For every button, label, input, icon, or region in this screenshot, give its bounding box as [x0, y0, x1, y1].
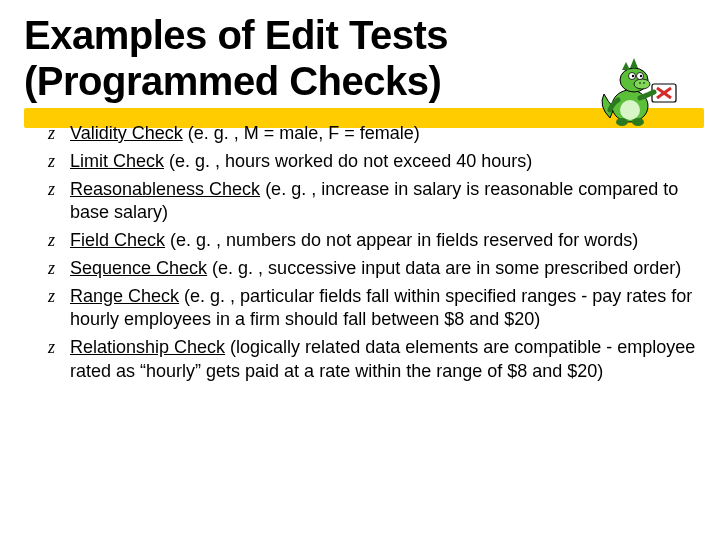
list-item: Sequence Check (e. g. , successive input…: [48, 257, 696, 281]
item-term: Reasonableness Check: [70, 179, 260, 199]
item-term: Limit Check: [70, 151, 164, 171]
item-term: Range Check: [70, 286, 179, 306]
list-item: Relationship Check (logically related da…: [48, 336, 696, 384]
item-term: Field Check: [70, 230, 165, 250]
item-rest: (e. g. , numbers do not appear in fields…: [165, 230, 638, 250]
svg-point-10: [639, 82, 641, 84]
list-item: Limit Check (e. g. , hours worked do not…: [48, 150, 696, 174]
title-block: Examples of Edit Tests (Programmed Check…: [24, 12, 696, 104]
slide: Examples of Edit Tests (Programmed Check…: [0, 0, 720, 540]
dragon-mascot-icon: [590, 46, 680, 140]
list-item: Field Check (e. g. , numbers do not appe…: [48, 229, 696, 253]
list-item: Reasonableness Check (e. g. , increase i…: [48, 178, 696, 226]
svg-point-13: [632, 75, 634, 77]
title-line-1: Examples of Edit Tests: [24, 13, 448, 57]
item-rest: (e. g. , successive input data are in so…: [207, 258, 681, 278]
title-line-2: (Programmed Checks): [24, 59, 441, 103]
bullet-list: Validity Check (e. g. , M = male, F = fe…: [24, 122, 696, 384]
item-term: Validity Check: [70, 123, 183, 143]
item-term: Sequence Check: [70, 258, 207, 278]
svg-point-5: [616, 118, 628, 126]
item-rest: (e. g. , hours worked do not exceed 40 h…: [164, 151, 532, 171]
svg-point-8: [634, 79, 650, 89]
list-item: Range Check (e. g. , particular fields f…: [48, 285, 696, 333]
item-term: Relationship Check: [70, 337, 225, 357]
svg-point-4: [620, 100, 640, 120]
svg-point-6: [632, 118, 644, 126]
item-rest: (e. g. , M = male, F = female): [183, 123, 420, 143]
svg-point-14: [640, 75, 642, 77]
svg-point-9: [643, 82, 645, 84]
